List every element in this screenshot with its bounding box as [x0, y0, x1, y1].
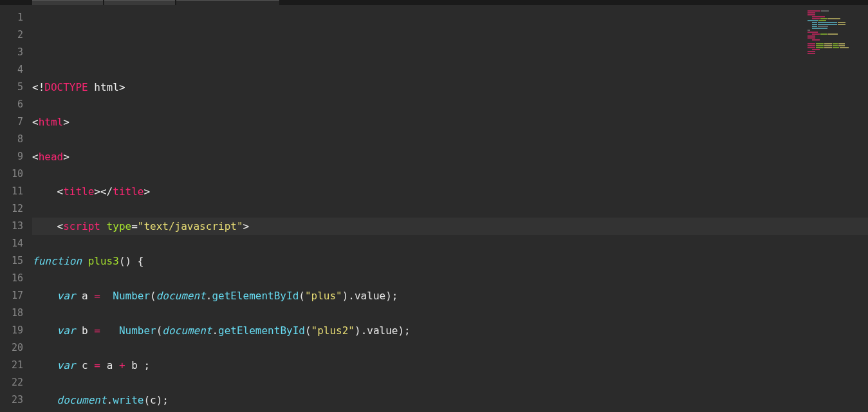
line-number: 21	[0, 357, 23, 374]
line-number: 8	[0, 131, 23, 148]
line-number: 22	[0, 374, 23, 391]
line-number: 18	[0, 304, 23, 322]
line-number: 2	[0, 26, 23, 44]
code-line: function plus3() {	[32, 252, 868, 270]
code-line: document.write(c);	[32, 391, 868, 409]
line-number: 3	[0, 44, 23, 61]
line-number: 1	[0, 9, 23, 26]
editor-tab[interactable]	[32, 0, 103, 5]
code-line: var b = Number(document.getElementById("…	[32, 322, 868, 339]
line-number: 4	[0, 61, 23, 79]
line-number-gutter: 1 2 3 4 5 6 7 8 9 10 11 12 13 14 15 16 1…	[0, 5, 32, 412]
editor-tab[interactable]	[104, 0, 175, 5]
line-number: 19	[0, 322, 23, 339]
line-number: 15	[0, 252, 23, 270]
code-line: <head>	[32, 148, 868, 165]
line-number: 7	[0, 113, 23, 131]
line-number: 6	[0, 96, 23, 113]
tab-bar	[0, 0, 868, 5]
code-content: <!DOCTYPE html> <html> <head> <title></t…	[32, 61, 868, 412]
code-area[interactable]: <!DOCTYPE html> <html> <head> <title></t…	[32, 5, 868, 412]
line-number: 11	[0, 183, 23, 200]
line-number: 13	[0, 218, 23, 235]
minimap[interactable]	[808, 10, 865, 55]
line-number: 23	[0, 391, 23, 409]
line-number: 10	[0, 165, 23, 183]
code-line: <title></title>	[32, 183, 868, 200]
code-line: var c = a + b ;	[32, 357, 868, 374]
code-line: var a = Number(document.getElementById("…	[32, 287, 868, 304]
line-number: 5	[0, 79, 23, 96]
editor-tab-active[interactable]	[176, 0, 279, 5]
line-number: 16	[0, 270, 23, 287]
line-number: 12	[0, 200, 23, 218]
line-number: 14	[0, 235, 23, 252]
code-line: <script type="text/javascript">	[32, 218, 868, 235]
code-editor[interactable]: 1 2 3 4 5 6 7 8 9 10 11 12 13 14 15 16 1…	[0, 5, 868, 412]
line-number: 17	[0, 287, 23, 304]
line-number: 9	[0, 148, 23, 165]
code-line: <!DOCTYPE html>	[32, 79, 868, 96]
code-line: <html>	[32, 113, 868, 131]
line-number: 20	[0, 339, 23, 357]
